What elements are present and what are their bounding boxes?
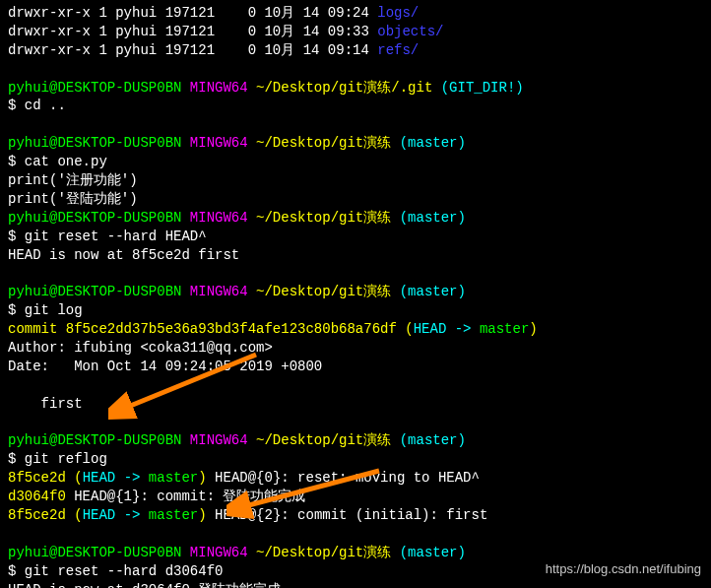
cmd-cat[interactable]: $ cat one.py [8, 153, 703, 171]
ls-line-3: drwxr-xr-x 1 pyhui 197121 0 10月 14 09:14… [8, 41, 703, 60]
reflog-row-1: 8f5ce2d (HEAD -> master) HEAD@{0}: reset… [8, 469, 703, 488]
out-head1: HEAD is now at 8f5ce2d first [8, 246, 703, 265]
prompt-master-4: pyhui@DESKTOP-DUSP0BN MINGW64 ~/Desktop/… [8, 431, 703, 450]
log-date: Date: Mon Oct 14 09:24:05 2019 +0800 [8, 358, 703, 376]
log-commit: commit 8f5ce2dd37b5e36a93bd3f4afe123c80b… [8, 320, 703, 339]
reflog-row-2: d3064f0 HEAD@{1}: commit: 登陆功能完成 [8, 488, 703, 506]
ls-line-2: drwxr-xr-x 1 pyhui 197121 0 10月 14 09:33… [8, 23, 703, 41]
prompt-master-2: pyhui@DESKTOP-DUSP0BN MINGW64 ~/Desktop/… [8, 209, 703, 228]
ls-line-1: drwxr-xr-x 1 pyhui 197121 0 10月 14 09:24… [8, 4, 703, 23]
cmd-reset1[interactable]: $ git reset --hard HEAD^ [8, 228, 703, 246]
cmd-log[interactable]: $ git log [8, 301, 703, 320]
out-print2: print('登陆功能') [8, 190, 703, 209]
log-author: Author: ifubing <coka311@qq.com> [8, 339, 703, 358]
cmd-cd[interactable]: $ cd .. [8, 97, 703, 115]
prompt-master-1: pyhui@DESKTOP-DUSP0BN MINGW64 ~/Desktop/… [8, 134, 703, 153]
prompt-master-5: pyhui@DESKTOP-DUSP0BN MINGW64 ~/Desktop/… [8, 544, 703, 562]
log-message: first [8, 395, 703, 414]
cmd-reflog[interactable]: $ git reflog [8, 450, 703, 469]
prompt-master-3: pyhui@DESKTOP-DUSP0BN MINGW64 ~/Desktop/… [8, 283, 703, 301]
reflog-row-3: 8f5ce2d (HEAD -> master) HEAD@{2}: commi… [8, 506, 703, 525]
watermark: https://blog.csdn.net/ifubing [546, 560, 701, 578]
out-print1: print('注册功能') [8, 171, 703, 190]
out-head2: HEAD is now at d3064f0 登陆功能完成 [8, 581, 703, 588]
prompt-gitdir: pyhui@DESKTOP-DUSP0BN MINGW64 ~/Desktop/… [8, 79, 703, 98]
